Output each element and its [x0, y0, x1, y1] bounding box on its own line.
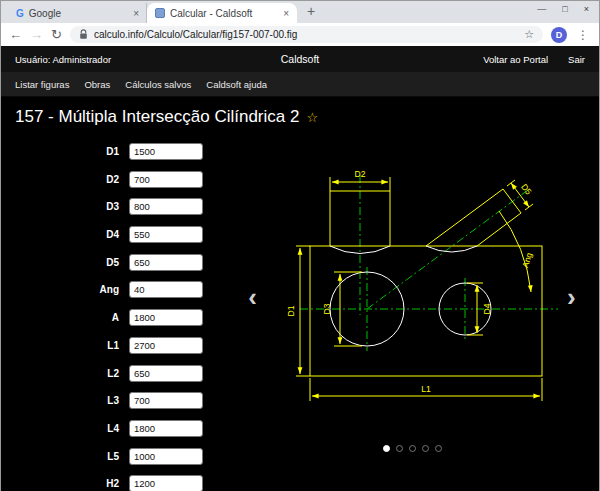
dim-label-d4: D4 — [482, 303, 492, 314]
site-header: Usuário: Administrador Caldsoft Voltar a… — [1, 46, 599, 72]
form-row: A — [1, 309, 225, 326]
field-input-d1[interactable] — [129, 143, 203, 160]
carousel-dot[interactable] — [396, 445, 403, 452]
tab-title: Google — [29, 8, 128, 19]
form-row: L3 — [1, 392, 225, 409]
body-outline — [310, 189, 542, 376]
site-nav: Listar figuras Obras Cálculos salvos Cal… — [1, 72, 599, 97]
field-input-d5[interactable] — [129, 254, 203, 271]
url-text[interactable]: calculo.info/Calculo/Calcular/fig157-007… — [94, 29, 518, 40]
tab-strip: G Google × Calcular - Caldsoft × + — □ × — [1, 1, 599, 23]
field-label-d3: D3 — [1, 201, 119, 212]
new-tab-button[interactable]: + — [307, 3, 315, 19]
user-label: Usuário: Administrador — [15, 54, 111, 65]
forward-icon[interactable]: → — [30, 28, 43, 41]
window-controls: — □ × — [537, 4, 589, 14]
dim-label-d2: D2 — [355, 169, 366, 179]
field-input-d3[interactable] — [129, 198, 203, 215]
browser-navbar: ← → ↻ calculo.info/Calculo/Calcular/fig1… — [1, 23, 599, 46]
dim-label-d3: D3 — [322, 303, 332, 314]
caldsoft-favicon-icon — [155, 8, 165, 18]
form-row: D2 — [1, 171, 225, 188]
profile-avatar[interactable]: D — [551, 27, 567, 43]
reload-icon[interactable]: ↻ — [51, 28, 62, 41]
field-input-d2[interactable] — [129, 171, 203, 188]
field-label-l4: L4 — [1, 423, 119, 434]
tab-close-icon[interactable]: × — [133, 8, 139, 19]
field-input-h2[interactable] — [129, 475, 203, 491]
minimize-icon[interactable]: — — [537, 4, 546, 14]
form-row: D5 — [1, 254, 225, 271]
carousel-dot[interactable] — [409, 445, 416, 452]
field-label-d4: D4 — [1, 229, 119, 240]
form-row: L1 — [1, 337, 225, 354]
dimension-labels: D1 D2 D3 D4 D5 Ang L1 — [286, 169, 534, 394]
field-label-l5: L5 — [1, 451, 119, 462]
carousel-dots — [225, 445, 599, 452]
maximize-icon[interactable]: □ — [562, 4, 567, 14]
oblique-intersection-curve — [426, 246, 477, 252]
field-label-l3: L3 — [1, 395, 119, 406]
form-row: L4 — [1, 420, 225, 437]
centerlines — [300, 175, 558, 351]
field-input-ang[interactable] — [129, 281, 203, 298]
lock-icon — [79, 29, 88, 40]
figure-title: 157 - Múltipla Intersecção Cilíndrica 2 — [15, 107, 299, 127]
parameter-form: D1 D2 D3 D4 D5 Ang A L1 L2 L3 L4 L5 H2 — [1, 143, 225, 491]
browser-window: G Google × Calcular - Caldsoft × + — □ ×… — [0, 0, 600, 491]
intersection-geometry — [330, 246, 491, 346]
field-input-l4[interactable] — [129, 420, 203, 437]
nav-item-caldsoft-ajuda[interactable]: Caldsoft ajuda — [206, 79, 267, 90]
field-label-d5: D5 — [1, 257, 119, 268]
form-row: L2 — [1, 365, 225, 382]
tab-google[interactable]: G Google × — [9, 3, 147, 23]
nav-item-listar-figuras[interactable]: Listar figuras — [15, 79, 69, 90]
field-label-d1: D1 — [1, 146, 119, 157]
carousel-prev-icon[interactable]: ‹ — [248, 284, 257, 310]
form-row: Ang — [1, 281, 225, 298]
dim-label-l1: L1 — [421, 384, 431, 394]
field-input-l2[interactable] — [129, 365, 203, 382]
browser-menu-icon[interactable]: ⋮ — [575, 28, 591, 42]
page-title: 157 - Múltipla Intersecção Cilíndrica 2 … — [15, 107, 599, 127]
page-content: 157 - Múltipla Intersecção Cilíndrica 2 … — [1, 107, 599, 491]
field-input-a[interactable] — [129, 309, 203, 326]
carousel-next-icon[interactable]: › — [567, 284, 576, 310]
form-row: H2 — [1, 475, 225, 491]
field-label-ang: Ang — [1, 284, 119, 295]
nav-item-calculos-salvos[interactable]: Cálculos salvos — [125, 79, 191, 90]
close-icon[interactable]: × — [584, 4, 589, 14]
field-input-l5[interactable] — [129, 448, 203, 465]
back-icon[interactable]: ← — [9, 28, 22, 41]
tab-calcular-caldsoft[interactable]: Calcular - Caldsoft × — [147, 3, 297, 23]
nav-item-obras[interactable]: Obras — [84, 79, 110, 90]
form-row: L5 — [1, 448, 225, 465]
form-row: D4 — [1, 226, 225, 243]
field-input-d4[interactable] — [129, 226, 203, 243]
favorite-star-icon[interactable]: ☆ — [306, 110, 318, 125]
bookmark-star-icon[interactable]: ☆ — [524, 28, 534, 41]
technical-drawing: D1 D2 D3 D4 D5 Ang L1 — [262, 149, 562, 409]
carousel-dot[interactable] — [422, 445, 429, 452]
carousel-dot[interactable] — [383, 445, 390, 452]
oblique-cylinder — [426, 189, 521, 246]
field-label-l1: L1 — [1, 340, 119, 351]
field-label-d2: D2 — [1, 174, 119, 185]
dim-label-d1: D1 — [286, 305, 296, 316]
form-row: D1 — [1, 143, 225, 160]
google-favicon-icon: G — [16, 8, 24, 19]
tab-close-icon[interactable]: × — [283, 8, 289, 19]
field-input-l1[interactable] — [129, 337, 203, 354]
tab-title: Calcular - Caldsoft — [170, 8, 278, 19]
carousel-dot[interactable] — [435, 445, 442, 452]
dimensions — [296, 177, 542, 401]
portal-link[interactable]: Voltar ao Portal — [483, 54, 548, 65]
field-input-l3[interactable] — [129, 392, 203, 409]
field-label-h2: H2 — [1, 478, 119, 489]
field-label-a: A — [1, 312, 119, 323]
field-label-l2: L2 — [1, 368, 119, 379]
form-row: D3 — [1, 198, 225, 215]
figure-carousel: ‹ — [225, 149, 599, 409]
logout-link[interactable]: Sair — [568, 54, 585, 65]
address-bar[interactable]: calculo.info/Calculo/Calcular/fig157-007… — [70, 26, 543, 43]
